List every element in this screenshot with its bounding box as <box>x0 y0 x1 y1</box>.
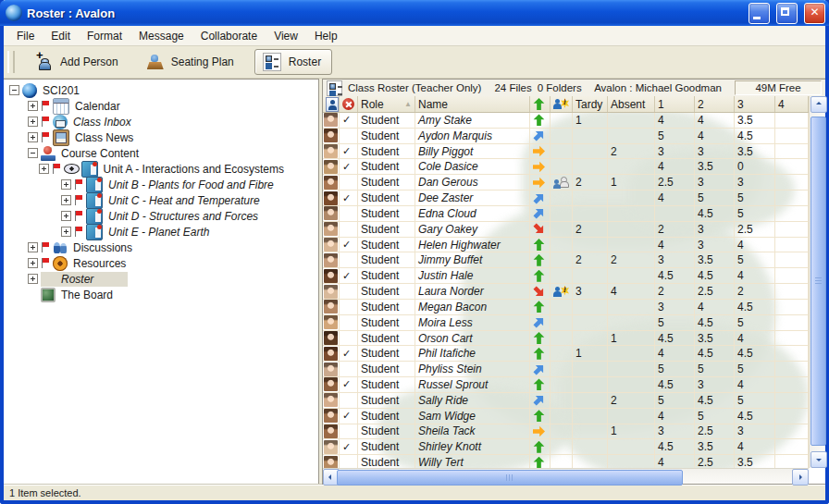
name-cell[interactable]: Russel Sprout <box>415 377 530 393</box>
tree-item-unit-d-structures-and-forces[interactable]: Unit D - Structures and Forces <box>4 208 318 224</box>
enabled-cell[interactable]: ✓ <box>340 377 358 393</box>
name-cell[interactable]: Jimmy Buffet <box>415 252 530 268</box>
table-row[interactable]: ✓StudentAmy Stake1443.5 <box>323 113 809 129</box>
enabled-cell[interactable] <box>340 129 358 144</box>
name-cell[interactable]: Megan Bacon <box>415 300 530 315</box>
menu-message[interactable]: Message <box>131 28 192 44</box>
table-row[interactable]: ✓StudentCole Dasice43.50 <box>323 159 809 175</box>
enabled-cell[interactable]: ✓ <box>340 238 358 253</box>
expand-toggle[interactable] <box>61 227 71 237</box>
tree-item-resources[interactable]: Resources <box>4 255 318 271</box>
col-tardy-header[interactable]: Tardy <box>573 96 608 112</box>
enabled-cell[interactable]: ✓ <box>340 113 358 129</box>
tree-item-unit-e-planet-earth[interactable]: Unit E - Planet Earth <box>4 224 318 240</box>
col-grade1-header[interactable]: 1 <box>655 96 695 112</box>
name-cell[interactable]: Justin Hale <box>415 268 530 284</box>
menu-edit[interactable]: Edit <box>43 28 78 44</box>
name-cell[interactable]: Phyliss Stein <box>415 362 530 377</box>
name-cell[interactable]: Helen Highwater <box>415 238 530 253</box>
col-avatar-header[interactable] <box>323 96 340 112</box>
enabled-cell[interactable]: ✓ <box>340 409 358 424</box>
enabled-cell[interactable] <box>340 393 358 409</box>
expand-toggle[interactable] <box>28 274 38 284</box>
table-row[interactable]: StudentOrson Cart14.53.54 <box>323 331 809 347</box>
name-cell[interactable]: Aydon Marquis <box>415 129 530 144</box>
title-bar[interactable]: Roster : Avalon <box>0 0 829 26</box>
name-cell[interactable]: Sheila Tack <box>415 424 530 440</box>
tree-item-the-board[interactable]: The Board <box>4 287 318 302</box>
col-alert-header[interactable] <box>551 96 573 112</box>
tree-item-unit-c-heat-and-temperature[interactable]: Unit C - Heat and Temperature <box>4 192 318 208</box>
enabled-cell[interactable]: ✓ <box>340 159 358 175</box>
col-trend-header[interactable] <box>530 96 551 112</box>
scroll-up-button[interactable] <box>810 96 827 113</box>
enabled-cell[interactable] <box>340 455 358 468</box>
close-button[interactable] <box>804 3 825 24</box>
col-enabled-header[interactable] <box>340 96 358 112</box>
col-grade4-header[interactable]: 4 <box>775 96 809 112</box>
tree-item-roster[interactable]: Roster <box>4 271 318 287</box>
table-row[interactable]: ✓StudentBilly Piggot2333.5 <box>323 144 809 160</box>
table-row[interactable]: ✓StudentRussel Sprout4.534 <box>323 377 809 393</box>
name-cell[interactable]: Cole Dasice <box>415 159 530 175</box>
expand-toggle[interactable] <box>28 242 38 252</box>
enabled-cell[interactable] <box>340 206 358 222</box>
name-cell[interactable]: Billy Piggot <box>415 144 530 160</box>
enabled-cell[interactable] <box>340 252 358 268</box>
enabled-cell[interactable] <box>340 424 358 440</box>
table-row[interactable]: StudentLaura Norder3422.52 <box>323 284 809 300</box>
expand-toggle[interactable] <box>61 211 71 221</box>
name-cell[interactable]: Dee Zaster <box>415 191 530 206</box>
enabled-cell[interactable] <box>340 284 358 300</box>
table-row[interactable]: StudentWilly Tert42.53.5 <box>323 455 809 468</box>
tree-item-unit-b-plants-for-food-and-fibre[interactable]: Unit B - Plants for Food and Fibre <box>4 177 318 192</box>
col-role-header[interactable]: Role▲ <box>358 96 415 112</box>
horizontal-scrollbar[interactable] <box>323 468 809 484</box>
table-row[interactable]: StudentPhyliss Stein555 <box>323 362 809 377</box>
tree-item-class-inbox[interactable]: Class Inbox <box>4 114 318 129</box>
tree-item-sci201[interactable]: SCI201 <box>4 82 318 98</box>
vertical-scrollbar[interactable] <box>809 96 825 468</box>
menu-help[interactable]: Help <box>307 28 345 44</box>
name-cell[interactable]: Dan Gerous <box>415 175 530 191</box>
name-cell[interactable]: Sally Ride <box>415 393 530 409</box>
name-cell[interactable]: Laura Norder <box>415 284 530 300</box>
enabled-cell[interactable] <box>340 331 358 347</box>
enabled-cell[interactable] <box>340 300 358 315</box>
expand-toggle[interactable] <box>61 179 71 190</box>
add-person-button[interactable]: Add Person <box>28 50 130 74</box>
tree-item-calendar[interactable]: Calendar <box>4 98 318 114</box>
table-row[interactable]: StudentMoira Less54.55 <box>323 315 809 331</box>
enabled-cell[interactable] <box>340 175 358 191</box>
menu-view[interactable]: View <box>266 28 305 44</box>
vertical-scroll-thumb[interactable] <box>810 117 826 446</box>
enabled-cell[interactable]: ✓ <box>340 144 358 160</box>
maximize-button[interactable] <box>776 3 798 24</box>
enabled-cell[interactable] <box>340 315 358 331</box>
col-grade2-header[interactable]: 2 <box>695 96 735 112</box>
collapse-toggle[interactable] <box>28 148 38 158</box>
menu-collaborate[interactable]: Collaborate <box>193 28 265 44</box>
horizontal-scroll-thumb[interactable] <box>337 470 683 486</box>
table-row[interactable]: StudentSheila Tack132.53 <box>323 424 809 440</box>
table-row[interactable]: StudentGary Oakey2232.5 <box>323 222 809 238</box>
roster-button[interactable]: Roster <box>254 49 332 75</box>
table-row[interactable]: ✓StudentJustin Hale4.54.54 <box>323 268 809 284</box>
tree-item-course-content[interactable]: Course Content <box>4 145 318 161</box>
col-grade3-header[interactable]: 3 <box>735 96 775 112</box>
menu-file[interactable]: File <box>9 28 42 44</box>
col-name-header[interactable]: Name <box>415 96 530 112</box>
enabled-cell[interactable]: ✓ <box>340 439 358 455</box>
table-row[interactable]: StudentDan Gerous212.533 <box>323 175 809 191</box>
name-cell[interactable]: Phil Itafiche <box>415 346 530 362</box>
expand-toggle[interactable] <box>28 258 38 268</box>
name-cell[interactable]: Edna Cloud <box>415 206 530 222</box>
scroll-right-button[interactable] <box>792 469 809 486</box>
enabled-cell[interactable] <box>340 222 358 238</box>
table-row[interactable]: ✓StudentShirley Knott4.53.54 <box>323 439 809 455</box>
table-row[interactable]: ✓StudentDee Zaster455 <box>323 191 809 206</box>
tree-item-class-news[interactable]: Class News <box>4 129 318 145</box>
table-row[interactable]: StudentSally Ride254.55 <box>323 393 809 409</box>
collapse-toggle[interactable] <box>9 85 19 95</box>
table-row[interactable]: StudentMegan Bacon344.5 <box>323 300 809 315</box>
